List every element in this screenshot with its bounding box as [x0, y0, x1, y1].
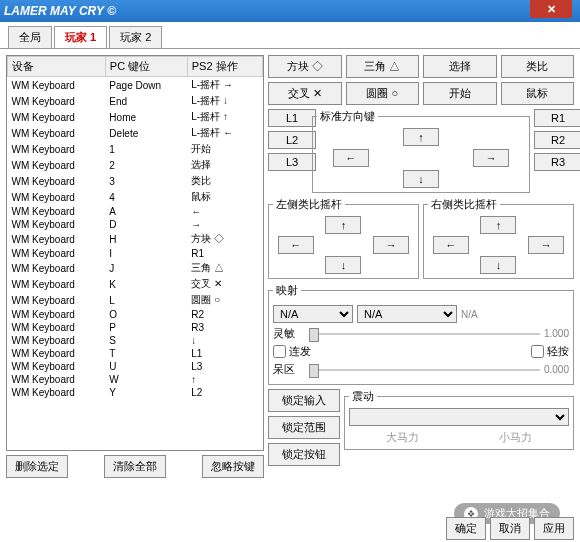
vibration-group: 震动 大马力 小马力 — [344, 389, 574, 450]
sensitivity-slider[interactable] — [309, 333, 540, 335]
table-row[interactable]: WM Keyboard1开始 — [8, 141, 263, 157]
r3-button[interactable]: R3 — [534, 153, 580, 171]
lstick-right[interactable]: → — [373, 236, 409, 254]
dpad-group: 标准方向键 ↑ ← → ↓ — [312, 109, 530, 193]
dpad-legend: 标准方向键 — [317, 109, 378, 124]
table-row[interactable]: WM KeyboardPage DownL-摇杆 → — [8, 77, 263, 94]
table-row[interactable]: WM KeyboardK交叉 ✕ — [8, 276, 263, 292]
mouse-button[interactable]: 鼠标 — [501, 82, 575, 105]
deadzone-value: 0.000 — [544, 364, 569, 375]
table-row[interactable]: WM KeyboardIR1 — [8, 247, 263, 260]
table-row[interactable]: WM KeyboardOR2 — [8, 308, 263, 321]
left-analog-legend: 左侧类比摇杆 — [273, 197, 345, 212]
table-row[interactable]: WM Keyboard3类比 — [8, 173, 263, 189]
lock-input-button[interactable]: 锁定输入 — [268, 389, 340, 412]
lstick-down[interactable]: ↓ — [325, 256, 361, 274]
table-row[interactable]: WM Keyboard2选择 — [8, 157, 263, 173]
mapping-group: 映射 N/A N/A N/A 灵敏 1.000 连发 轻按 呆区 0.000 — [268, 283, 574, 385]
cross-button[interactable]: 交叉 ✕ — [268, 82, 342, 105]
small-motor-label: 小马力 — [499, 430, 532, 445]
tab-player1[interactable]: 玩家 1 — [54, 26, 107, 48]
select-button[interactable]: 选择 — [423, 55, 497, 78]
table-row[interactable]: WM KeyboardUL3 — [8, 360, 263, 373]
tab-bar: 全局 玩家 1 玩家 2 — [0, 22, 580, 49]
cancel-button[interactable]: 取消 — [490, 517, 530, 540]
table-row[interactable]: WM KeyboardYL2 — [8, 386, 263, 399]
mapping-select-1[interactable]: N/A — [273, 305, 353, 323]
tab-player2[interactable]: 玩家 2 — [109, 26, 162, 48]
apply-button[interactable]: 应用 — [534, 517, 574, 540]
circle-button[interactable]: 圆圈 ○ — [346, 82, 420, 105]
table-row[interactable]: WM KeyboardHomeL-摇杆 ↑ — [8, 109, 263, 125]
analog-button[interactable]: 类比 — [501, 55, 575, 78]
close-button[interactable]: ✕ — [530, 0, 572, 18]
bindings-table[interactable]: 设备 PC 键位 PS2 操作 WM KeyboardPage DownL-摇杆… — [6, 55, 264, 451]
l2-button[interactable]: L2 — [268, 131, 316, 149]
l3-button[interactable]: L3 — [268, 153, 316, 171]
lstick-left[interactable]: ← — [278, 236, 314, 254]
right-analog-group: 右侧类比摇杆 ↑ ← → ↓ — [423, 197, 574, 279]
window-title: LAMER MAY CRY © — [4, 4, 116, 18]
col-device[interactable]: 设备 — [8, 57, 106, 77]
dpad-left[interactable]: ← — [333, 149, 369, 167]
l1-button[interactable]: L1 — [268, 109, 316, 127]
rstick-up[interactable]: ↑ — [480, 216, 516, 234]
table-row[interactable]: WM KeyboardD→ — [8, 218, 263, 231]
rstick-down[interactable]: ↓ — [480, 256, 516, 274]
titlebar: LAMER MAY CRY © ✕ — [0, 0, 580, 22]
vibration-legend: 震动 — [349, 389, 377, 404]
sensitivity-label: 灵敏 — [273, 326, 305, 341]
rapid-fire-checkbox[interactable]: 连发 — [273, 344, 311, 359]
ignore-key-button[interactable]: 忽略按键 — [202, 455, 264, 478]
start-button[interactable]: 开始 — [423, 82, 497, 105]
col-pckey[interactable]: PC 键位 — [105, 57, 187, 77]
mapping-legend: 映射 — [273, 283, 301, 298]
rstick-left[interactable]: ← — [433, 236, 469, 254]
dpad-down[interactable]: ↓ — [403, 170, 439, 188]
col-ps2[interactable]: PS2 操作 — [187, 57, 262, 77]
lstick-up[interactable]: ↑ — [325, 216, 361, 234]
table-row[interactable]: WM KeyboardJ三角 △ — [8, 260, 263, 276]
mapping-na-text: N/A — [461, 309, 478, 320]
dpad-right[interactable]: → — [473, 149, 509, 167]
table-row[interactable]: WM KeyboardL圆圈 ○ — [8, 292, 263, 308]
lock-button-button[interactable]: 锁定按钮 — [268, 443, 340, 466]
table-row[interactable]: WM KeyboardTL1 — [8, 347, 263, 360]
table-row[interactable]: WM KeyboardEndL-摇杆 ↓ — [8, 93, 263, 109]
triangle-button[interactable]: 三角 △ — [346, 55, 420, 78]
rstick-right[interactable]: → — [528, 236, 564, 254]
dpad-up[interactable]: ↑ — [403, 128, 439, 146]
table-row[interactable]: WM KeyboardA← — [8, 205, 263, 218]
lock-range-button[interactable]: 锁定范围 — [268, 416, 340, 439]
sensitivity-value: 1.000 — [544, 328, 569, 339]
vibration-select[interactable] — [349, 408, 569, 426]
clear-all-button[interactable]: 清除全部 — [104, 455, 166, 478]
square-button[interactable]: 方块 ◇ — [268, 55, 342, 78]
table-row[interactable]: WM KeyboardDeleteL-摇杆 ← — [8, 125, 263, 141]
light-press-checkbox[interactable]: 轻按 — [531, 344, 569, 359]
r1-button[interactable]: R1 — [534, 109, 580, 127]
mapping-select-2[interactable]: N/A — [357, 305, 457, 323]
big-motor-label: 大马力 — [386, 430, 419, 445]
tab-global[interactable]: 全局 — [8, 26, 52, 48]
table-row[interactable]: WM KeyboardS↓ — [8, 334, 263, 347]
table-row[interactable]: WM KeyboardH方块 ◇ — [8, 231, 263, 247]
left-analog-group: 左侧类比摇杆 ↑ ← → ↓ — [268, 197, 419, 279]
deadzone-slider[interactable] — [309, 369, 540, 371]
ok-button[interactable]: 确定 — [446, 517, 486, 540]
r2-button[interactable]: R2 — [534, 131, 580, 149]
table-row[interactable]: WM KeyboardW↑ — [8, 373, 263, 386]
right-analog-legend: 右侧类比摇杆 — [428, 197, 500, 212]
table-row[interactable]: WM KeyboardPR3 — [8, 321, 263, 334]
delete-selected-button[interactable]: 删除选定 — [6, 455, 68, 478]
table-row[interactable]: WM Keyboard4鼠标 — [8, 189, 263, 205]
deadzone-label: 呆区 — [273, 362, 305, 377]
